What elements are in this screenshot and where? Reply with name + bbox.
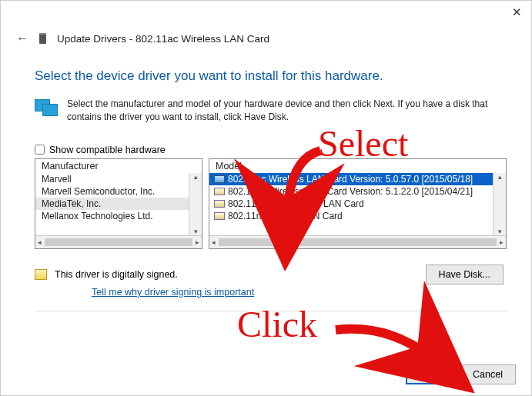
signed-text: This driver is digitally signed. (55, 269, 178, 280)
manufacturer-panel: Manufacturer MarvellMarvell Semiconducto… (35, 158, 202, 249)
content-area: Select the device driver you want to ins… (1, 48, 531, 311)
model-item-label: 802.11ac Wireless LAN Card Version: 5.0.… (228, 174, 473, 185)
device-icon (39, 33, 46, 44)
vertical-scrollbar[interactable]: ▴▾ (493, 173, 506, 235)
back-button[interactable]: ← (16, 32, 28, 45)
model-item-label: 802.11n Wireless LAN Card (228, 211, 343, 221)
vertical-scrollbar[interactable]: ▴▾ (189, 173, 202, 235)
certificate-icon (35, 269, 47, 280)
network-card-icon (214, 175, 225, 183)
model-item[interactable]: 802.11ac Wireless LAN Card Version: 5.1.… (209, 185, 506, 198)
model-item-label: 802.11ac Wireless LAN Card Version: 5.1.… (228, 186, 473, 197)
manufacturer-item[interactable]: MediaTek, Inc. (35, 198, 202, 210)
footer-buttons: Next Cancel (406, 364, 516, 384)
header-row: ← Update Drivers - 802.11ac Wireless LAN… (1, 25, 531, 48)
cancel-button[interactable]: Cancel (460, 364, 516, 384)
page-title: Select the device driver you want to ins… (35, 68, 507, 84)
horizontal-scrollbar[interactable]: ◂▸ (35, 235, 202, 248)
close-button[interactable]: ✕ (512, 5, 522, 19)
manufacturer-item[interactable]: Mellanox Technologies Ltd. (35, 210, 202, 222)
update-drivers-dialog: ✕ ← Update Drivers - 802.11ac Wireless L… (0, 0, 532, 396)
separator (35, 311, 507, 311)
horizontal-scrollbar[interactable]: ◂▸ (209, 235, 506, 248)
network-card-icon (214, 188, 225, 195)
model-item[interactable]: 802.11n Wireless LAN Card (209, 210, 506, 222)
next-button[interactable]: Next (406, 364, 453, 384)
show-compatible-input[interactable] (35, 145, 45, 155)
titlebar: ✕ (1, 1, 531, 25)
model-header: Model (209, 159, 506, 173)
model-list[interactable]: 802.11ac Wireless LAN Card Version: 5.0.… (209, 173, 506, 235)
signed-row: This driver is digitally signed. Have Di… (35, 265, 507, 285)
hardware-icon (35, 99, 59, 119)
manufacturer-item[interactable]: Marvell (35, 173, 202, 185)
manufacturer-list[interactable]: MarvellMarvell Semiconductor, Inc.MediaT… (35, 173, 202, 235)
model-item[interactable]: 802.11n USB Wireless LAN Card (209, 198, 506, 210)
manufacturer-header: Manufacturer (35, 159, 202, 173)
instruction-text: Select the manufacturer and model of you… (67, 98, 507, 125)
model-panel: Model 802.11ac Wireless LAN Card Version… (209, 158, 507, 249)
show-compatible-checkbox[interactable]: Show compatible hardware (35, 145, 507, 155)
instruction-row: Select the manufacturer and model of you… (35, 98, 507, 125)
show-compatible-label: Show compatible hardware (49, 145, 166, 155)
network-card-icon (214, 200, 225, 208)
have-disk-button[interactable]: Have Disk... (426, 265, 504, 285)
manufacturer-item[interactable]: Marvell Semiconductor, Inc. (35, 185, 202, 198)
driver-signing-link[interactable]: Tell me why driver signing is important (92, 287, 254, 298)
model-item-label: 802.11n USB Wireless LAN Card (228, 198, 364, 209)
model-item[interactable]: 802.11ac Wireless LAN Card Version: 5.0.… (209, 173, 506, 185)
network-card-icon (214, 212, 225, 220)
window-title: Update Drivers - 802.11ac Wireless LAN C… (57, 33, 269, 45)
panels: Manufacturer MarvellMarvell Semiconducto… (35, 158, 507, 249)
